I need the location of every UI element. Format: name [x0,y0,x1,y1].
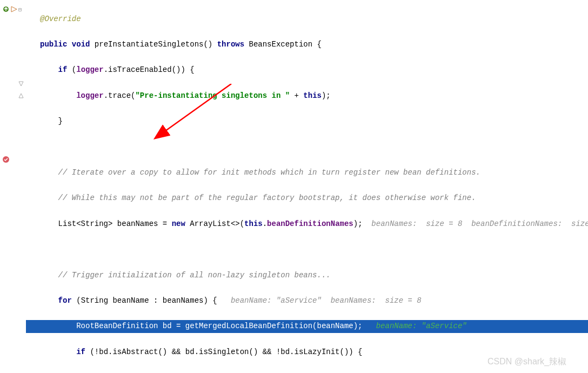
execution-line: RootBeanDefinition bd = getMergedLocalBe… [26,320,588,333]
punc: ); [322,91,331,100]
debug-hint: beanNames: size = 8 [322,296,422,305]
method-trace: trace [108,91,131,100]
fold-marker[interactable] [18,93,24,98]
keyword-for: for [58,296,72,305]
field-logger: logger [76,91,103,100]
comment: // While this may not be part of the reg… [58,194,476,202]
svg-line-2 [156,84,231,138]
fold-marker[interactable] [18,81,24,86]
editor-gutter: ⊟ [0,0,26,373]
code-text: RootBeanDefinition bd = getMergedLocalBe… [76,322,362,330]
debug-hint-label: beanName: [363,322,422,330]
field-ref: beanDefinitionNames [267,219,353,228]
field-logger: logger [76,65,103,74]
keyword-this: this [303,91,322,100]
punc: . [263,219,267,228]
code-editor[interactable]: @Override public void preInstantiateSing… [26,0,588,373]
punc: ( [67,65,76,74]
code-text: (String beanName : beanNames) { [72,296,217,305]
keyword-if: if [58,65,68,74]
punc: ); [353,219,363,228]
code-text: ArrayList<>( [185,219,244,228]
method-name: preInstantiateSingletons() [90,40,217,49]
punc: . [104,91,108,100]
keyword-if: if [76,348,85,356]
keyword-public: public [40,40,67,49]
keyword-this: this [244,219,263,228]
exception-type: BeansException { [244,40,322,49]
debug-hint: beanNames: size = 8 beanDefinitionNames:… [363,219,588,228]
code-text: (!bd.isAbstract() && bd.isSingleton() &&… [85,348,362,356]
keyword-new: new [172,219,185,228]
keyword-void: void [72,40,90,49]
code-text: List<String> beanNames = [58,219,172,228]
override-gutter-icon[interactable] [2,5,11,14]
debug-hint: beanName: [217,296,276,305]
comment: // Trigger initialization of all non-laz… [58,271,331,279]
annotation: @Override [40,15,81,23]
cond: .isTraceEnabled()) { [104,65,195,74]
fold-marker[interactable]: ⊟ [18,6,24,12]
op: + [290,91,303,100]
debug-hint-val: "aService" [422,322,467,330]
comment: // Iterate over a copy to allow for init… [58,168,480,177]
annotation-arrow [150,84,237,150]
keyword-throws: throws [217,40,244,49]
debug-hint-val: "aService" [276,296,322,305]
breakpoint-icon[interactable] [2,156,11,164]
brace: } [58,117,63,125]
